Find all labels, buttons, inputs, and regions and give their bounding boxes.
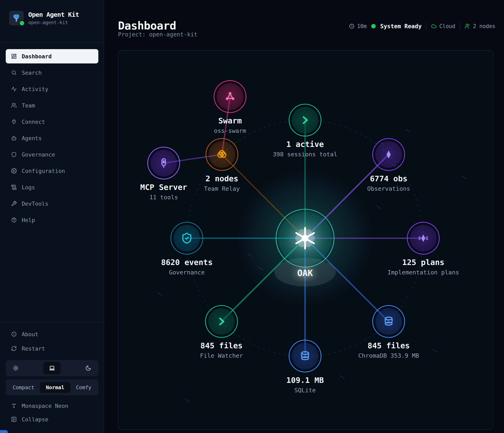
sidebar-item-label: Logs — [22, 184, 35, 191]
theme-dark-button[interactable] — [85, 365, 91, 371]
system-ready-dot — [371, 24, 376, 28]
node-value: 125 plans — [402, 258, 444, 267]
sidebar-item-logs[interactable]: Logs — [6, 180, 98, 194]
node-value: Swarm — [218, 116, 242, 125]
panel-collapse-icon — [11, 416, 17, 422]
sidebar-item-devtools[interactable]: DevTools — [6, 196, 98, 211]
sidebar-item-label: Search — [22, 69, 42, 76]
observations-node-circle[interactable] — [372, 138, 405, 171]
status-separator — [426, 22, 427, 30]
file-watcher-node-circle[interactable] — [205, 305, 238, 338]
node-value: 8620 events — [161, 258, 213, 267]
app-window: Open Agent Kit open-agent-kit Dashboard … — [0, 0, 504, 433]
refresh-icon — [11, 346, 17, 351]
cloud-label: Cloud — [439, 23, 455, 29]
app-logo — [9, 11, 24, 25]
density-comfy-button[interactable]: Comfy — [76, 384, 91, 390]
sidebar-item-team[interactable]: Team — [6, 98, 98, 113]
node-value: 2 nodes — [206, 174, 238, 183]
density-compact-button[interactable]: Compact — [13, 384, 34, 390]
wrench-icon — [11, 201, 17, 207]
oak-node-circle[interactable] — [276, 209, 334, 268]
node-sublabel: oss-swarm — [214, 127, 246, 134]
scroll-icon — [11, 184, 17, 190]
theme-light-button[interactable] — [13, 365, 19, 371]
moon-icon — [85, 365, 91, 371]
team-icon — [11, 103, 17, 108]
users-icon — [465, 23, 470, 29]
team-relay-node-circle[interactable] — [206, 138, 238, 171]
plans-node-circle[interactable] — [407, 222, 440, 255]
node-sublabel: 398 sessions total — [273, 151, 337, 158]
shield-icon — [11, 152, 17, 157]
oak-label: OAK — [297, 268, 313, 278]
search-icon — [11, 70, 17, 76]
sidebar-item-label: Configuration — [22, 168, 65, 174]
sidebar-item-search[interactable]: Search — [6, 65, 98, 80]
node-sublabel: Governance — [169, 269, 205, 276]
sidebar-nav: Dashboard Search Activity Team Connect A… — [6, 49, 98, 229]
sidebar-item-label: Help — [22, 217, 35, 223]
oak-hub-icon — [290, 223, 320, 253]
swarm-network-icon — [224, 90, 236, 103]
node-sublabel: Implementation plans — [387, 269, 459, 276]
sqlite-node-circle[interactable] — [289, 340, 322, 372]
relay-rings-icon — [216, 148, 228, 161]
clock-icon — [349, 23, 355, 29]
restart-button[interactable]: Restart — [6, 341, 98, 356]
sidebar: Open Agent Kit open-agent-kit Dashboard … — [0, 0, 104, 433]
brand: Open Agent Kit open-agent-kit — [9, 11, 79, 25]
help-circle-icon — [11, 217, 17, 223]
about-button[interactable]: About — [6, 327, 98, 341]
density-selector: Compact Normal Comfy — [6, 379, 98, 395]
font-label: Monaspace Neon — [22, 403, 68, 409]
info-icon — [11, 331, 17, 337]
node-value: 845 files — [368, 341, 410, 350]
sidebar-item-connect[interactable]: Connect — [6, 115, 98, 129]
laptop-icon — [49, 365, 55, 372]
sidebar-item-label: Connect — [22, 119, 45, 125]
database-icon — [383, 316, 395, 327]
cloud-icon — [431, 23, 437, 29]
font-selector[interactable]: Monaspace Neon — [6, 399, 98, 413]
type-icon — [11, 403, 17, 409]
sidebar-item-governance[interactable]: Governance — [6, 147, 98, 162]
app-title: Open Agent Kit — [28, 11, 79, 18]
sidebar-divider — [0, 42, 104, 43]
uptime-value: 10m — [357, 23, 367, 29]
swarm-node-circle[interactable] — [214, 80, 246, 113]
node-sublabel: SQLite — [294, 387, 316, 394]
nodes-count-label: 2 nodes — [473, 23, 495, 29]
collapse-sidebar-button[interactable]: Collapse — [6, 413, 98, 426]
sidebar-item-label: Activity — [22, 86, 48, 92]
shield-check-icon — [181, 232, 193, 244]
chromadb-node-circle[interactable] — [372, 305, 405, 338]
uptime-status: 10m — [349, 23, 367, 29]
node-value: 1 active — [286, 140, 324, 149]
system-ready-label: System Ready — [380, 23, 422, 30]
sidebar-item-dashboard[interactable]: Dashboard — [6, 49, 98, 63]
node-value: 109.1 MB — [286, 376, 324, 385]
sidebar-item-help[interactable]: Help — [6, 213, 98, 227]
mcp-server-icon — [158, 157, 170, 169]
corner-accent-bar — [0, 430, 8, 433]
database-icon — [299, 350, 311, 362]
sidebar-item-configuration[interactable]: Configuration — [6, 164, 98, 178]
status-separator — [460, 22, 460, 30]
theme-system-button[interactable] — [44, 362, 61, 374]
status-bar: 10m System Ready Cloud 2 nodes — [349, 22, 495, 30]
sessions-node-circle[interactable] — [289, 104, 322, 137]
node-value: 6774 obs — [370, 174, 407, 183]
governance-node-circle[interactable] — [171, 222, 203, 255]
sidebar-item-agents[interactable]: Agents — [6, 131, 98, 145]
node-value: 845 files — [200, 341, 243, 350]
plug-icon — [11, 119, 17, 125]
nodes-status: 2 nodes — [465, 23, 495, 29]
mcp-node-circle[interactable] — [147, 147, 180, 180]
page-title: Dashboard — [118, 19, 176, 32]
project-label: Project: open-agent-kit — [118, 31, 198, 38]
sidebar-footer: About Restart Compact Normal — [6, 327, 98, 426]
sidebar-item-activity[interactable]: Activity — [6, 82, 98, 96]
about-label: About — [22, 331, 38, 338]
density-normal-button[interactable]: Normal — [40, 382, 71, 393]
